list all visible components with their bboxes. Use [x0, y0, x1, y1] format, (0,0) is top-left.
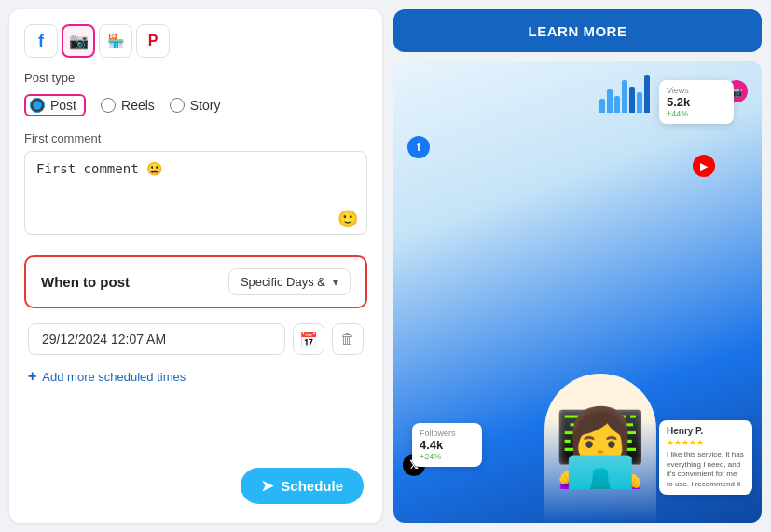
post-option[interactable]: Post: [24, 94, 86, 116]
main-container: f 📷 🏪 P Post type Post Reels Story First…: [0, 0, 771, 532]
dropdown-value: Specific Days &: [241, 275, 325, 289]
schedule-button-label: Schedule: [281, 478, 343, 494]
delete-time-btn[interactable]: 🗑: [332, 323, 364, 355]
first-comment-input[interactable]: First comment 😀: [24, 151, 367, 235]
scheduled-time-value: 29/12/2024 12:07 AM: [42, 332, 166, 347]
post-label: Post: [50, 98, 76, 113]
comment-box-wrapper: First comment 😀 🙂: [24, 151, 367, 239]
shop-tab[interactable]: 🏪: [99, 24, 132, 58]
right-panel: LEARN MORE f 📷 𝕏 ▶: [393, 9, 762, 523]
story-option[interactable]: Story: [170, 94, 221, 116]
views-value: 5.2k: [667, 95, 726, 109]
reviewer-name: Henry P.: [667, 426, 745, 436]
post-type-row: Post Reels Story: [24, 94, 367, 116]
views-card: Views 5.2k +44%: [659, 80, 734, 124]
plus-icon: +: [28, 368, 36, 385]
followers-label: Followers: [420, 429, 475, 438]
review-stars: ★★★★★: [667, 438, 745, 447]
learn-more-card[interactable]: LEARN MORE: [393, 9, 762, 52]
person-illustration: 👩‍💻: [544, 374, 656, 523]
when-to-post-dropdown[interactable]: Specific Days & ▾: [228, 268, 351, 295]
chevron-down-icon: ▾: [333, 276, 338, 289]
mock-bar-chart: [599, 75, 650, 113]
promo-image-card: f 📷 𝕏 ▶ Views 5.2k +: [393, 61, 762, 523]
followers-trend: +24%: [420, 452, 475, 461]
story-label: Story: [190, 98, 221, 113]
send-icon: ➤: [261, 477, 273, 495]
pinterest-tab[interactable]: P: [136, 24, 170, 58]
followers-card: Followers 4.4k +24%: [412, 423, 482, 467]
calendar-icon-btn[interactable]: 📅: [293, 323, 324, 355]
bar-7: [644, 75, 650, 113]
schedule-button[interactable]: ➤ Schedule: [241, 468, 364, 504]
post-radio[interactable]: [30, 98, 45, 113]
story-radio[interactable]: [170, 98, 185, 113]
emoji-picker-icon[interactable]: 🙂: [337, 209, 358, 229]
bar-6: [637, 92, 642, 113]
bar-5: [629, 87, 635, 113]
add-more-label: Add more scheduled times: [42, 370, 186, 384]
instagram-tab[interactable]: 📷: [62, 24, 95, 58]
bar-3: [614, 96, 620, 113]
post-type-label: Post type: [24, 71, 367, 85]
views-label: Views: [667, 86, 726, 95]
learn-more-text: LEARN MORE: [529, 23, 627, 39]
social-icons-row: f 📷 🏪 P: [24, 24, 367, 58]
scheduled-time-row: 29/12/2024 12:07 AM 📅 🗑: [24, 323, 367, 355]
reels-label: Reels: [121, 98, 155, 113]
youtube-mock-icon: ▶: [693, 155, 715, 177]
review-card: Henry P. ★★★★★ I like this service. It h…: [659, 420, 752, 495]
bar-2: [607, 89, 613, 113]
facebook-tab[interactable]: f: [24, 24, 58, 58]
when-to-post-section: When to post Specific Days & ▾: [24, 255, 367, 308]
bar-1: [599, 99, 605, 113]
left-panel: f 📷 🏪 P Post type Post Reels Story First…: [9, 9, 382, 523]
facebook-mock-icon: f: [407, 136, 430, 158]
views-trend: +44%: [667, 109, 726, 118]
review-text: I like this service. It has everything I…: [667, 450, 745, 489]
bar-4: [622, 80, 627, 113]
promo-mockup: f 📷 𝕏 ▶ Views 5.2k +: [393, 61, 762, 523]
first-comment-label: First comment: [24, 131, 367, 145]
add-more-row[interactable]: + Add more scheduled times: [24, 368, 367, 385]
reels-option[interactable]: Reels: [101, 94, 155, 116]
followers-value: 4.4k: [420, 438, 475, 452]
reels-radio[interactable]: [101, 98, 116, 113]
time-input-box: 29/12/2024 12:07 AM: [28, 323, 285, 355]
when-to-post-label: When to post: [41, 274, 130, 290]
